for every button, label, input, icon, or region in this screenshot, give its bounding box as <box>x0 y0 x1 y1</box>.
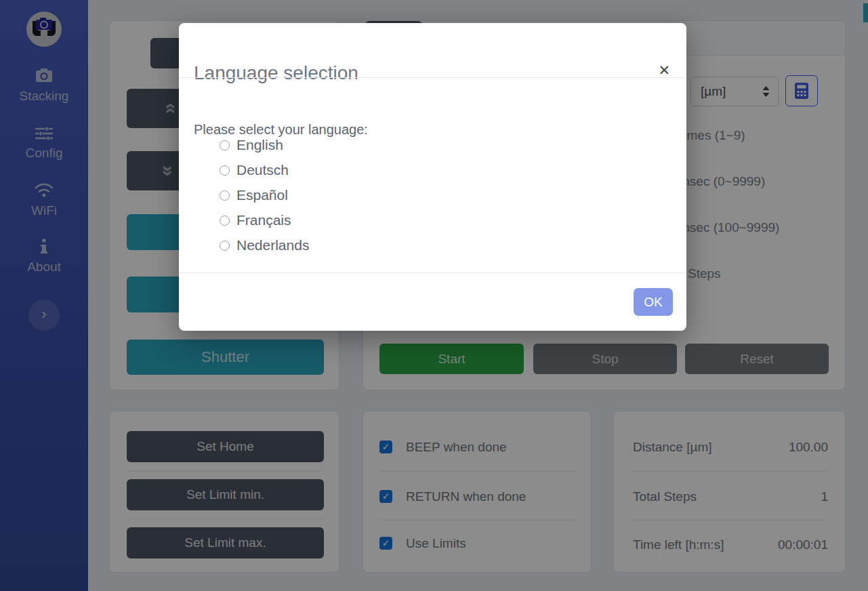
radio-option-deutsch[interactable]: Deutsch <box>220 161 289 180</box>
radio-icon <box>220 190 230 201</box>
ok-button[interactable]: OK <box>634 288 673 316</box>
modal-title: Language selection <box>194 62 358 84</box>
radio-icon <box>220 216 230 226</box>
app-root: Stacking Config WiFi <box>0 0 868 591</box>
radio-option-espanol[interactable]: Español <box>220 186 288 205</box>
close-icon[interactable]: ✕ <box>658 62 670 79</box>
radio-option-francais[interactable]: Français <box>220 211 291 230</box>
radio-icon <box>220 241 230 251</box>
modal-header-divider <box>179 77 686 78</box>
radio-option-nederlands[interactable]: Nederlands <box>220 236 309 255</box>
language-selection-modal: Language selection ✕ Please select your … <box>179 23 686 331</box>
radio-icon <box>220 165 230 176</box>
radio-option-english[interactable]: English <box>220 136 283 155</box>
radio-icon <box>220 140 230 150</box>
modal-footer-divider <box>179 272 686 273</box>
